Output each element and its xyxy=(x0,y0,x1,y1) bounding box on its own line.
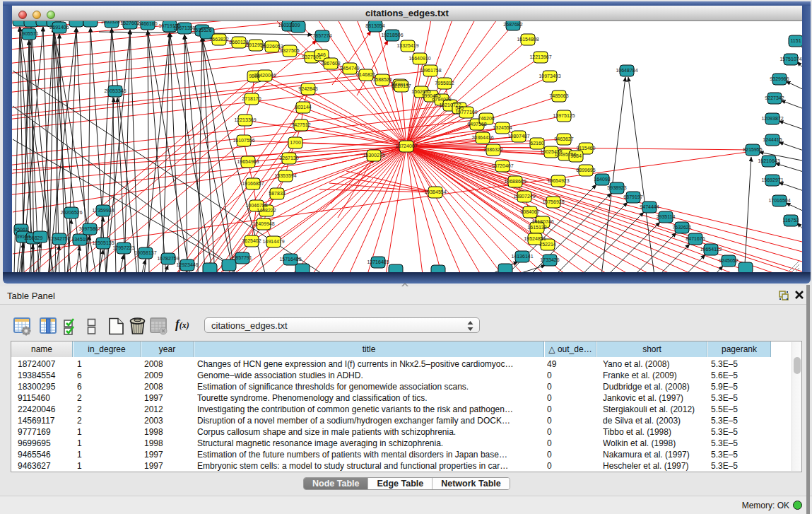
svg-text:10973493: 10973493 xyxy=(539,74,560,78)
svg-text:546: 546 xyxy=(317,52,326,57)
svg-text:2718170: 2718170 xyxy=(242,96,261,101)
svg-text:6899695: 6899695 xyxy=(576,168,595,173)
svg-text:9146821: 9146821 xyxy=(356,72,375,77)
svg-text:134519: 134519 xyxy=(71,237,88,242)
svg-text:12093872: 12093872 xyxy=(761,116,783,121)
svg-text:7663822: 7663822 xyxy=(209,37,228,42)
svg-text:16033809: 16033809 xyxy=(278,23,300,28)
svg-text:62160: 62160 xyxy=(530,141,544,146)
svg-text:6879197: 6879197 xyxy=(623,194,642,199)
svg-text:1324554: 1324554 xyxy=(493,125,512,130)
svg-text:2386322: 2386322 xyxy=(483,147,502,152)
svg-text:6497568: 6497568 xyxy=(467,122,486,127)
svg-text:13325419: 13325419 xyxy=(396,43,418,48)
svg-text:10654112: 10654112 xyxy=(700,247,722,252)
svg-text:12342757: 12342757 xyxy=(48,236,70,241)
svg-text:18807249: 18807249 xyxy=(513,194,535,199)
svg-text:8471676: 8471676 xyxy=(686,236,705,241)
svg-text:10961758: 10961758 xyxy=(419,68,441,73)
svg-text:587833: 587833 xyxy=(269,191,285,196)
svg-text:1527602: 1527602 xyxy=(120,21,139,25)
svg-text:1244415: 1244415 xyxy=(763,137,782,142)
svg-text:19654963: 19654963 xyxy=(237,159,259,164)
svg-text:16210643: 16210643 xyxy=(758,158,779,163)
svg-text:1151: 1151 xyxy=(790,38,801,43)
svg-text:7955812: 7955812 xyxy=(435,81,454,86)
svg-text:10807487: 10807487 xyxy=(507,134,529,139)
svg-text:116753: 116753 xyxy=(783,218,799,223)
svg-text:16107556: 16107556 xyxy=(233,138,254,143)
svg-text:9084067: 9084067 xyxy=(520,209,539,214)
svg-text:9427512: 9427512 xyxy=(291,122,310,127)
svg-text:5938923: 5938923 xyxy=(607,185,626,190)
svg-text:16782759: 16782759 xyxy=(157,256,179,261)
svg-text:15300275: 15300275 xyxy=(363,153,384,158)
svg-text:9474444: 9474444 xyxy=(640,204,659,209)
svg-text:15692971: 15692971 xyxy=(761,177,783,182)
svg-text:1615132: 1615132 xyxy=(527,225,546,230)
svg-text:8454749: 8454749 xyxy=(340,66,359,71)
svg-text:12213369: 12213369 xyxy=(234,117,256,122)
svg-text:1700: 1700 xyxy=(290,140,301,145)
svg-text:8220137: 8220137 xyxy=(392,83,411,88)
svg-text:9245052: 9245052 xyxy=(719,258,738,263)
svg-text:1733426: 1733426 xyxy=(540,257,559,262)
svg-text:14914479: 14914479 xyxy=(262,239,284,244)
svg-text:20206526: 20206526 xyxy=(60,210,82,215)
svg-text:10756928: 10756928 xyxy=(542,199,564,204)
svg-text:746206: 746206 xyxy=(478,116,494,121)
svg-text:10653287: 10653287 xyxy=(100,21,122,24)
svg-text:17016504: 17016504 xyxy=(768,198,790,203)
svg-text:13975125: 13975125 xyxy=(553,113,575,118)
svg-text:2935114: 2935114 xyxy=(657,214,676,219)
svg-text:8215955: 8215955 xyxy=(743,147,762,152)
svg-text:13353594: 13353594 xyxy=(274,173,296,178)
svg-text:8813054: 8813054 xyxy=(365,23,384,28)
svg-text:6466160: 6466160 xyxy=(138,21,157,26)
svg-text:19166857: 19166857 xyxy=(242,181,264,186)
svg-text:9115460: 9115460 xyxy=(577,146,596,151)
svg-text:20364436: 20364436 xyxy=(471,135,493,140)
svg-text:3267130: 3267130 xyxy=(279,156,298,160)
svg-text:7857274: 7857274 xyxy=(312,33,331,38)
svg-text:19524851: 19524851 xyxy=(524,236,546,241)
svg-text:12923446: 12923446 xyxy=(176,262,198,267)
svg-text:10648784: 10648784 xyxy=(616,68,637,73)
svg-text:19218506: 19218506 xyxy=(381,33,403,37)
svg-text:6794028: 6794028 xyxy=(432,97,451,102)
svg-text:14136141: 14136141 xyxy=(511,254,533,259)
svg-text:19654923: 19654923 xyxy=(547,178,569,183)
svg-text:15720407: 15720407 xyxy=(491,163,513,168)
svg-text:1498222: 1498222 xyxy=(257,208,276,213)
svg-text:252214: 252214 xyxy=(539,242,555,247)
svg-text:12409948: 12409948 xyxy=(252,221,274,226)
svg-text:13716485: 13716485 xyxy=(367,259,389,264)
svg-text:15716485: 15716485 xyxy=(279,257,301,262)
svg-text:9327505: 9327505 xyxy=(280,48,299,53)
svg-text:17359934: 17359934 xyxy=(92,208,114,213)
svg-text:7625402: 7625402 xyxy=(242,238,261,243)
svg-text:19384554: 19384554 xyxy=(424,189,446,194)
svg-text:85061: 85061 xyxy=(14,227,28,232)
svg-text:9329966: 9329966 xyxy=(770,76,789,81)
svg-text:18724007: 18724007 xyxy=(395,144,417,148)
svg-text:16640910: 16640910 xyxy=(408,56,430,61)
svg-text:803144: 803144 xyxy=(295,105,311,110)
svg-text:15751074: 15751074 xyxy=(779,57,801,62)
svg-text:30975867: 30975867 xyxy=(78,226,100,231)
svg-text:7485063: 7485063 xyxy=(549,93,568,98)
svg-text:12505135: 12505135 xyxy=(92,240,114,245)
svg-text:1588520: 1588520 xyxy=(372,77,392,82)
svg-text:9242843: 9242843 xyxy=(298,86,317,91)
svg-text:14120746: 14120746 xyxy=(531,219,553,224)
svg-text:1156829: 1156829 xyxy=(24,235,43,240)
svg-text:10046788: 10046788 xyxy=(245,203,267,208)
svg-text:16154808: 16154808 xyxy=(517,37,539,42)
svg-text:7632621: 7632621 xyxy=(672,225,691,230)
svg-text:9857791: 9857791 xyxy=(233,255,252,260)
svg-text:23420046: 23420046 xyxy=(254,73,276,78)
svg-text:2867608: 2867608 xyxy=(321,61,340,66)
svg-text:9463627: 9463627 xyxy=(554,136,573,141)
svg-text:1905571: 1905571 xyxy=(19,31,38,36)
svg-text:20053346: 20053346 xyxy=(104,88,126,93)
